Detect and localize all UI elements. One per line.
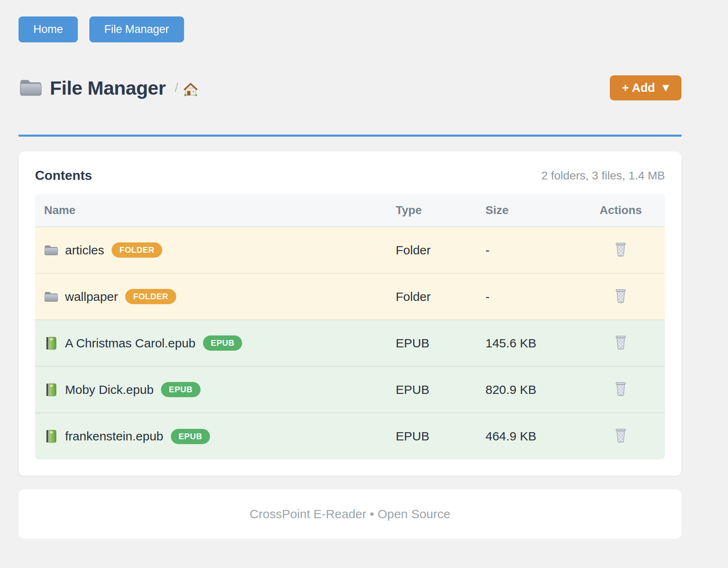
- delete-button[interactable]: [612, 241, 629, 259]
- nav-home-button[interactable]: Home: [19, 16, 78, 42]
- file-name: Moby Dick.epub: [65, 383, 154, 397]
- folder-icon: [44, 290, 58, 304]
- contents-title: Contents: [35, 168, 92, 183]
- contents-card: Contents 2 folders, 3 files, 1.4 MB Name…: [19, 151, 681, 476]
- file-name: articles: [65, 243, 104, 257]
- trash-icon: [614, 428, 628, 443]
- add-button-label: + Add: [622, 81, 655, 95]
- add-button[interactable]: + Add ▼: [610, 75, 681, 100]
- file-type: Folder: [395, 273, 485, 320]
- file-type-badge: EPUB: [171, 429, 210, 444]
- title-divider: [19, 135, 681, 137]
- chevron-down-icon: ▼: [663, 83, 669, 93]
- table-row[interactable]: A Christmas Carol.epub EPUB EPUB 145.6 K…: [35, 320, 665, 366]
- book-icon: [44, 429, 58, 443]
- table-row[interactable]: frankenstein.epub EPUB EPUB 464.9 KB: [35, 413, 665, 459]
- page-title: File Manager: [50, 77, 166, 99]
- table-row[interactable]: wallpaper FOLDER Folder -: [35, 273, 665, 320]
- file-size: 464.9 KB: [485, 413, 576, 459]
- contents-summary: 2 folders, 3 files, 1.4 MB: [541, 169, 665, 182]
- delete-button[interactable]: [612, 380, 629, 398]
- title-group: File Manager /: [19, 77, 199, 99]
- file-type: EPUB: [395, 320, 485, 366]
- file-type-badge: EPUB: [203, 335, 243, 351]
- nav-file-manager-button[interactable]: File Manager: [89, 16, 184, 42]
- delete-button[interactable]: [612, 287, 629, 305]
- file-type-badge: FOLDER: [112, 242, 162, 258]
- file-name: wallpaper: [65, 290, 118, 304]
- file-name: frankenstein.epub: [65, 429, 163, 443]
- trash-icon: [614, 381, 628, 396]
- table-row[interactable]: articles FOLDER Folder -: [35, 227, 665, 273]
- breadcrumb-separator: /: [175, 81, 178, 95]
- table-header-row: Name Type Size Actions: [35, 194, 665, 227]
- file-size: -: [485, 227, 576, 273]
- delete-button[interactable]: [612, 334, 629, 352]
- trash-icon: [614, 288, 628, 303]
- book-icon: [44, 383, 58, 397]
- file-size: 820.9 KB: [485, 366, 576, 413]
- footer: CrossPoint E-Reader • Open Source: [19, 489, 681, 539]
- folder-icon: [19, 77, 42, 98]
- file-name: A Christmas Carol.epub: [65, 336, 196, 350]
- footer-text: CrossPoint E-Reader • Open Source: [250, 507, 450, 521]
- column-header-size: Size: [485, 194, 576, 227]
- trash-icon: [614, 242, 628, 257]
- column-header-type: Type: [395, 194, 485, 227]
- page-header: File Manager / + Add ▼: [19, 68, 681, 107]
- folder-icon: [44, 243, 58, 257]
- file-manager-page: Home File Manager File Manager /: [19, 0, 681, 539]
- home-icon[interactable]: [182, 81, 199, 97]
- file-type: EPUB: [395, 366, 485, 413]
- column-header-name: Name: [35, 194, 395, 227]
- file-type-badge: FOLDER: [125, 289, 176, 304]
- book-icon: [44, 336, 58, 350]
- file-type: EPUB: [395, 413, 485, 459]
- table-body: articles FOLDER Folder -: [35, 227, 665, 459]
- file-size: -: [485, 273, 576, 320]
- file-type: Folder: [395, 227, 485, 273]
- file-type-badge: EPUB: [161, 382, 201, 397]
- column-header-actions: Actions: [576, 194, 665, 227]
- trash-icon: [614, 335, 628, 350]
- file-table: Name Type Size Actions: [35, 194, 665, 459]
- delete-button[interactable]: [612, 427, 629, 445]
- table-row[interactable]: Moby Dick.epub EPUB EPUB 820.9 KB: [35, 366, 665, 413]
- contents-card-header: Contents 2 folders, 3 files, 1.4 MB: [35, 168, 665, 183]
- top-nav: Home File Manager: [19, 16, 681, 42]
- file-size: 145.6 KB: [485, 320, 576, 366]
